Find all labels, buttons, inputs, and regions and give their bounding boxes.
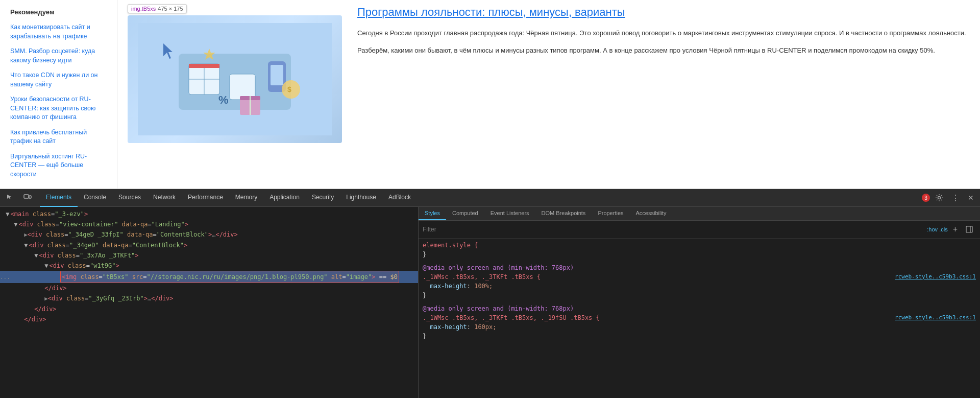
expand-icon-3[interactable]: ▶	[24, 231, 28, 238]
sidebar-link-3[interactable]: Что такое CDN и нужен ли он вашему сайту	[10, 71, 107, 89]
tab-console[interactable]: Console	[78, 189, 112, 207]
sidebar-link-1[interactable]: Как монетизировать сайт и зарабатывать н…	[10, 23, 107, 41]
sidebar: Рекомендуем Как монетизировать сайт и за…	[0, 0, 117, 189]
html-line-6: ▼<div class="w1t9G">	[0, 261, 418, 271]
tab-elements[interactable]: Elements	[40, 189, 78, 207]
devtools-main: ▼<main class="_3-ezv"> ▼<div class="view…	[0, 207, 980, 398]
css-selector-2: ._1WMsc .tB5xs, ._3TKFt .tB5xs, ._19fSU …	[423, 314, 600, 321]
html-line-3: ▶<div class="_34geD _33fpI" data-qa="Con…	[0, 229, 418, 240]
css-selector-1: ._1WMsc .tB5xs, ._3TKFt .tB5xs {	[423, 273, 541, 280]
img-tooltip-class: img.tB5xs	[131, 6, 156, 12]
sidebar-link-4[interactable]: Уроки безопасности от RU-CENTER: как защ…	[10, 95, 107, 122]
css-media-query-1: @media only screen and (min-width: 768px…	[423, 264, 574, 271]
article-paragraph-1: Сегодня в России проходит главная распро…	[357, 28, 970, 39]
sidebar-title: Рекомендуем	[10, 8, 107, 16]
sidebar-link-2[interactable]: SMM. Разбор соцсетей: куда какому бизнес…	[10, 47, 107, 65]
hover-cls-toggle[interactable]: :hov .cls	[927, 226, 947, 232]
css-brace-close-3: }	[423, 333, 426, 340]
article-paragraph-2: Разберём, какими они бывают, в чём плюсы…	[357, 45, 970, 56]
css-brace-close-1: }	[423, 251, 426, 258]
add-style-rule-icon[interactable]: +	[950, 223, 961, 236]
toggle-sidebar-icon[interactable]	[963, 224, 976, 235]
css-rule-media-2: @media only screen and (min-width: 768px…	[423, 304, 976, 341]
svg-rect-19	[29, 196, 31, 198]
styles-tab-computed[interactable]: Computed	[446, 207, 484, 220]
sidebar-link-6[interactable]: Виртуальный хостинг RU-CENTER — ещё боль…	[10, 152, 107, 179]
styles-filter-input[interactable]	[423, 226, 927, 233]
css-prop-maxheight-1: max-height	[430, 283, 467, 290]
webpage-preview: Рекомендуем Как монетизировать сайт и за…	[0, 0, 980, 189]
close-devtools-icon[interactable]: ✕	[965, 192, 977, 204]
article-text-section: Программы лояльности: плюсы, минусы, вар…	[352, 5, 970, 183]
css-media-query-2: @media only screen and (min-width: 768px…	[423, 305, 574, 312]
css-brace-close-2: }	[423, 292, 426, 299]
elements-panel: ▼<main class="_3-ezv"> ▼<div class="view…	[0, 207, 419, 398]
html-line-5: ▼<div class="_3x7Ao _3TKFt">	[0, 250, 418, 261]
svg-text:$: $	[287, 85, 291, 93]
devtools-toolbar-icons: 3 ⋮ ✕	[922, 191, 977, 205]
html-line-7-selected[interactable]: ... <img class="tB5xs" src="//storage.ni…	[0, 271, 418, 283]
styles-tabs: Styles Computed Event Listeners DOM Brea…	[419, 207, 980, 221]
toggle-arrow-1[interactable]: ▼	[6, 210, 9, 218]
article-title: Программы лояльности: плюсы, минусы, вар…	[357, 5, 970, 20]
svg-rect-7	[230, 74, 255, 100]
sidebar-link-5[interactable]: Как привлечь бесплатный трафик на сайт	[10, 128, 107, 146]
tab-performance[interactable]: Performance	[182, 189, 229, 207]
toggle-arrow-2[interactable]: ▼	[14, 221, 17, 228]
img-tooltip-size: 475 × 175	[158, 6, 183, 12]
svg-rect-18	[24, 195, 29, 198]
html-line-9: ▶<div class="_3yGfq _23Irb">…</div>	[0, 293, 418, 304]
html-line-10: </div>	[0, 304, 418, 314]
css-source-link-1[interactable]: rcweb-style..c59b3.css:1	[895, 272, 976, 282]
svg-rect-5	[189, 64, 204, 68]
styles-content: element.style { } @media only screen and…	[419, 239, 980, 398]
styles-tab-properties[interactable]: Properties	[592, 207, 629, 220]
css-selector-element: element.style {	[423, 242, 478, 249]
article-image-svg: % $	[138, 23, 332, 135]
styles-tab-styles[interactable]: Styles	[419, 207, 446, 220]
svg-point-20	[938, 197, 941, 199]
toggle-arrow-5[interactable]: ▼	[34, 252, 38, 259]
selected-element-highlight: <img class="tB5xs" src="//storage.nic.ru…	[60, 271, 399, 283]
tab-adblock[interactable]: AdBlock	[382, 189, 417, 207]
tab-network[interactable]: Network	[147, 189, 182, 207]
styles-panel: Styles Computed Event Listeners DOM Brea…	[419, 207, 980, 398]
tab-memory[interactable]: Memory	[229, 189, 263, 207]
svg-rect-6	[204, 64, 219, 68]
styles-filter-bar: :hov .cls +	[419, 221, 980, 239]
tab-lighthouse[interactable]: Lighthouse	[340, 189, 382, 207]
html-line-4: ▼<div class="_34geD" data-qa="ContentBlo…	[0, 240, 418, 250]
styles-filter-controls: :hov .cls +	[927, 223, 976, 236]
svg-text:%: %	[218, 93, 229, 106]
styles-tab-accessibility[interactable]: Accessibility	[630, 207, 673, 220]
css-val-maxheight-2: 160px;	[474, 323, 496, 331]
tab-application[interactable]: Application	[263, 189, 306, 207]
more-options-icon[interactable]: ⋮	[948, 191, 963, 205]
css-source-link-2[interactable]: rcweb-style..c59b3.css:1	[895, 313, 976, 322]
css-rule-element-style: element.style { }	[423, 241, 976, 259]
elements-tree[interactable]: ▼<main class="_3-ezv"> ▼<div class="view…	[0, 207, 418, 398]
html-line-2: ▼<div class="view-container" data-qa="La…	[0, 219, 418, 229]
svg-rect-21	[966, 226, 972, 232]
main-content: img.tB5xs 475 × 175	[117, 0, 980, 189]
toggle-arrow-6[interactable]: ▼	[44, 262, 48, 269]
device-toolbar-icon[interactable]	[20, 192, 35, 204]
settings-icon[interactable]	[932, 192, 946, 204]
tab-sources[interactable]: Sources	[112, 189, 147, 207]
tab-security[interactable]: Security	[306, 189, 340, 207]
devtools-panel: Elements Console Sources Network Perform…	[0, 189, 980, 398]
css-prop-maxheight-2: max-height	[430, 323, 467, 331]
css-rule-media-1: @media only screen and (min-width: 768px…	[423, 263, 976, 300]
img-tooltip: img.tB5xs 475 × 175	[128, 4, 187, 13]
inspect-element-icon[interactable]	[3, 192, 17, 204]
expand-icon-9[interactable]: ▶	[44, 295, 48, 302]
html-line-1: ▼<main class="_3-ezv">	[0, 209, 418, 219]
toggle-arrow-4[interactable]: ▼	[24, 242, 28, 249]
html-line-8: </div>	[0, 283, 418, 293]
image-section: img.tB5xs 475 × 175	[128, 5, 342, 183]
error-badge: 3	[922, 194, 930, 202]
css-val-maxheight-1: 100%;	[474, 283, 493, 290]
article-image: % $	[128, 15, 342, 143]
styles-tab-dom-breakpoints[interactable]: DOM Breakpoints	[535, 207, 592, 220]
styles-tab-event-listeners[interactable]: Event Listeners	[484, 207, 535, 220]
